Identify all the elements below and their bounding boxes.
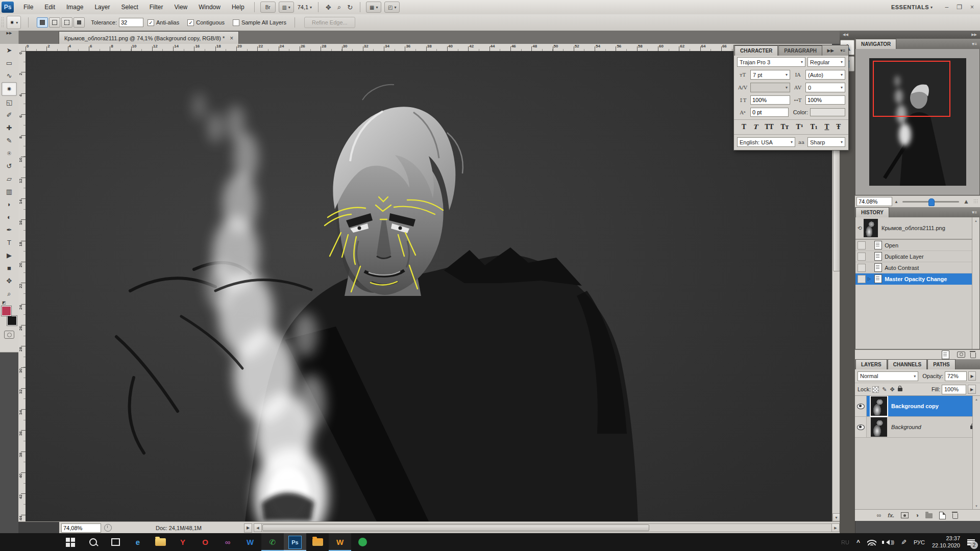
- navigator-preview[interactable]: [855, 49, 980, 195]
- taskbar-app-edge[interactable]: e: [127, 533, 149, 551]
- leading-select[interactable]: (Auto)▾: [805, 70, 845, 80]
- taskbar-clock[interactable]: 23:37 22.10.2020: [932, 535, 960, 549]
- taskbar-app-visual-studio[interactable]: ∞: [216, 533, 239, 551]
- hand-tool-icon[interactable]: ✥: [326, 4, 331, 11]
- move-tool[interactable]: ➤: [2, 44, 16, 57]
- status-zoom-input[interactable]: [61, 523, 101, 533]
- layer-style-icon[interactable]: fx.: [888, 512, 894, 518]
- minimize-button[interactable]: –: [945, 4, 949, 11]
- ruler-left[interactable]: 0246810121416182022242628303234363840424…: [18, 51, 26, 521]
- panel-flyout-icon[interactable]: ▶▶: [824, 45, 837, 56]
- brush-tool[interactable]: ✎: [2, 134, 16, 147]
- layer-row-background[interactable]: Background: [855, 417, 980, 438]
- quick-mask-button[interactable]: [4, 331, 14, 339]
- scroll-up-icon[interactable]: ▲: [973, 396, 980, 403]
- panel-resize-grip[interactable]: [973, 199, 978, 204]
- add-to-selection-button[interactable]: [49, 17, 60, 28]
- close-button[interactable]: ×: [970, 4, 974, 11]
- hand-tool[interactable]: ✥: [2, 274, 16, 287]
- language-indicator[interactable]: РУС: [914, 539, 925, 545]
- tracking-select[interactable]: 0▾: [805, 83, 845, 92]
- fill-slider-button[interactable]: ▶: [968, 385, 976, 394]
- new-group-icon[interactable]: [925, 513, 933, 518]
- history-brush-source-icon[interactable]: ⟲: [855, 225, 864, 232]
- link-layers-icon[interactable]: ∞: [877, 512, 881, 519]
- option-checkbox[interactable]: Sample All Layers: [233, 19, 286, 26]
- history-brush-tool[interactable]: ↺: [2, 160, 16, 172]
- taskbar-app-green-messenger[interactable]: ✆: [261, 533, 284, 551]
- lock-position-icon[interactable]: ✥: [890, 386, 895, 393]
- scroll-down-icon[interactable]: ▼: [832, 513, 840, 521]
- rotate-view-icon[interactable]: ↻: [347, 4, 353, 11]
- layer-row-background-copy[interactable]: Background copy: [855, 396, 980, 417]
- lock-all-icon[interactable]: [898, 388, 902, 391]
- tab-character[interactable]: CHARACTER: [734, 45, 778, 56]
- gradient-tool[interactable]: ▥: [2, 185, 16, 198]
- menu-item[interactable]: Filter: [144, 1, 169, 14]
- opacity-field[interactable]: 72%: [945, 371, 967, 381]
- healing-brush-tool[interactable]: ✚: [2, 121, 16, 134]
- start-button[interactable]: [59, 533, 82, 551]
- status-options-button[interactable]: ▶: [244, 523, 252, 533]
- panel-menu-icon[interactable]: ▾≡: [969, 39, 980, 49]
- subtract-from-selection-button[interactable]: [61, 17, 72, 28]
- slider-thumb[interactable]: [928, 198, 935, 206]
- eyedropper-tool[interactable]: ✐: [2, 109, 16, 121]
- tab-history[interactable]: HISTORY: [855, 207, 889, 217]
- history-source-well[interactable]: [857, 253, 866, 261]
- launch-bridge-button[interactable]: Br: [260, 2, 276, 13]
- font-style-select[interactable]: Regular▾: [807, 57, 845, 67]
- history-source-well[interactable]: [857, 241, 866, 249]
- taskbar-app-photoshop[interactable]: Ps: [284, 533, 306, 551]
- menu-item[interactable]: Window: [193, 1, 226, 14]
- history-source-well[interactable]: [857, 275, 866, 283]
- text-color-swatch[interactable]: [810, 108, 845, 116]
- ruler-top[interactable]: 0246810121416182022242628303234363840424…: [26, 44, 832, 52]
- default-colors-icon[interactable]: ◩: [2, 300, 6, 305]
- shape-tool[interactable]: ■: [2, 262, 16, 274]
- layers-tab[interactable]: PATHS: [927, 359, 955, 369]
- history-snapshot-row[interactable]: ⟲ Крымов_облога2111.png: [855, 217, 979, 240]
- vertical-scale-input[interactable]: [750, 95, 790, 105]
- eraser-tool[interactable]: ▱: [2, 172, 16, 185]
- adjustment-layer-icon[interactable]: ◑: [915, 512, 919, 519]
- option-checkbox[interactable]: Contiguous: [187, 19, 225, 26]
- zoom-level-control[interactable]: 74,1 ▾: [298, 4, 312, 10]
- navigator-zoom-slider[interactable]: [902, 201, 959, 203]
- faux-bold-button[interactable]: T: [741, 123, 747, 131]
- layer-thumbnail[interactable]: [871, 417, 887, 437]
- magic-wand-tool[interactable]: ✷: [2, 82, 17, 96]
- taskbar-app-green-circle[interactable]: [351, 533, 374, 551]
- font-size-select[interactable]: 7 pt▾: [750, 70, 790, 80]
- menu-item[interactable]: Edit: [39, 1, 61, 14]
- history-item[interactable]: ▷ Master Opacity Change: [855, 273, 979, 285]
- taskbar-app-explorer[interactable]: [149, 533, 172, 551]
- workspace-switcher[interactable]: ESSENTIALS ▾: [891, 4, 933, 10]
- kerning-select[interactable]: ▾: [750, 83, 790, 92]
- hidden-icons-chevron[interactable]: ^: [856, 539, 860, 546]
- canvas[interactable]: [26, 51, 832, 521]
- all-caps-button[interactable]: TT: [764, 123, 774, 131]
- add-layer-mask-icon[interactable]: [901, 512, 909, 518]
- pen-icon[interactable]: ✎: [900, 539, 908, 545]
- taskbar-search-button[interactable]: [82, 533, 104, 551]
- layer-thumbnail[interactable]: [871, 396, 887, 416]
- font-family-select[interactable]: Trajan Pro 3▾: [737, 57, 805, 67]
- scroll-left-icon[interactable]: ◀: [254, 524, 262, 532]
- taskbar-app-word[interactable]: W: [239, 533, 261, 551]
- volume-icon[interactable]: ))): [884, 540, 894, 545]
- horizontal-scroll-thumb[interactable]: [262, 524, 649, 531]
- history-scrollbar[interactable]: ▲: [972, 217, 979, 349]
- history-item[interactable]: ▷ Auto Contrast: [855, 262, 979, 273]
- rectangular-marquee-tool[interactable]: ▭: [2, 57, 16, 69]
- opacity-slider-button[interactable]: ▶: [968, 371, 976, 381]
- intersect-selection-button[interactable]: [74, 17, 85, 28]
- delete-layer-icon[interactable]: [952, 513, 958, 519]
- blur-tool[interactable]: ◗: [2, 198, 16, 211]
- scroll-down-icon[interactable]: ▼: [973, 503, 980, 509]
- layers-tab[interactable]: LAYERS: [855, 359, 887, 369]
- new-selection-button[interactable]: [37, 17, 48, 28]
- path-selection-tool[interactable]: ▶: [2, 249, 16, 262]
- tab-navigator[interactable]: NAVIGATOR: [855, 39, 896, 49]
- taskbar-app-orange-folder[interactable]: [306, 533, 329, 551]
